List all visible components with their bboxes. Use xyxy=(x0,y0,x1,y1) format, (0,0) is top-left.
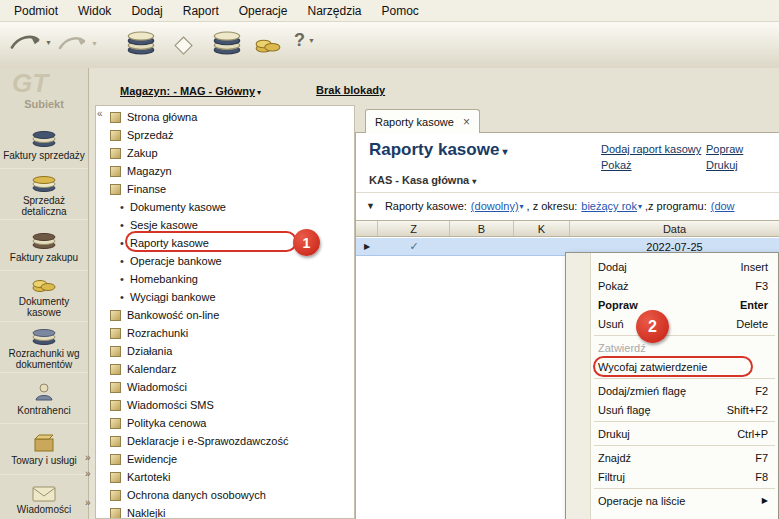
menu-item-dodaj[interactable]: DodajInsert xyxy=(566,257,778,276)
tree-item-operacje-bankowe[interactable]: •Operacje bankowe xyxy=(96,252,354,270)
shortcut-sprzedaz-detaliczna[interactable]: Sprzedaż detaliczna xyxy=(0,168,88,219)
collapse-panel-icon[interactable]: « xyxy=(97,108,103,119)
cash-button[interactable] xyxy=(254,33,282,55)
column-header-k[interactable]: K xyxy=(514,221,570,236)
bullet-icon: • xyxy=(120,291,130,303)
filter-period-link[interactable]: bieżący rok xyxy=(581,200,637,212)
menu-item-drukuj[interactable]: DrukujCtrl+P xyxy=(566,424,778,443)
tree-item-deklaracje[interactable]: Deklaracje i e-Sprawozdawczość xyxy=(96,432,354,450)
more-buttons-icon[interactable]: » xyxy=(85,452,91,463)
filter-icon[interactable]: ▼ xyxy=(366,201,375,211)
shortcut-faktury-sprzedazy[interactable]: Faktury sprzedaży xyxy=(0,118,88,168)
context-header: Magazyn: - MAG - Główny▾ Brak blokady xyxy=(95,78,779,102)
tree-item-label: Ewidencje xyxy=(127,453,177,465)
menu-item-dodaj-zmien-flage[interactable]: Dodaj/zmień flagęF2 xyxy=(566,381,778,400)
lock-status-link[interactable]: Brak blokady xyxy=(316,84,385,96)
help-icon: ? xyxy=(294,30,305,51)
tree-item-dokumenty-kasowe[interactable]: •Dokumenty kasowe xyxy=(96,198,354,216)
menu-dodaj[interactable]: Dodaj xyxy=(121,1,172,21)
tree-item-naklejki[interactable]: Naklejki xyxy=(96,504,354,519)
warehouse-dropdown[interactable]: Magazyn: - MAG - Główny▾ xyxy=(120,81,261,99)
retail-sales-icon xyxy=(31,171,57,193)
more-buttons-icon[interactable]: » xyxy=(85,497,91,508)
menu-podmiot[interactable]: Podmiot xyxy=(4,1,68,21)
edit-link[interactable]: Popraw xyxy=(706,143,743,155)
menu-item-usun-flage[interactable]: Usuń flagęShift+F2 xyxy=(566,400,778,419)
messages-icon xyxy=(110,382,121,393)
menu-item-pokaz[interactable]: PokażF3 xyxy=(566,276,778,295)
subiekt-logo: Subiekt xyxy=(0,98,88,110)
menu-narzedzia[interactable]: Narzędzia xyxy=(297,1,371,21)
tree-item-wiadomosci-sms[interactable]: Wiadomości SMS xyxy=(96,396,354,414)
menu-operacje[interactable]: Operacje xyxy=(229,1,298,21)
shortcut-list: Faktury sprzedaży Sprzedaż detaliczna Fa… xyxy=(0,118,88,519)
shortcut-label: Sprzedaż detaliczna xyxy=(0,195,88,217)
tree-item-kartoteki[interactable]: Kartoteki xyxy=(96,468,354,486)
filter-type-link[interactable]: (dowolny) xyxy=(471,200,519,212)
shortcut-label: Dokumenty kasowe xyxy=(0,296,88,318)
contractors-icon xyxy=(33,381,55,403)
column-header-data[interactable]: Data xyxy=(570,221,779,236)
column-header-z[interactable]: Z xyxy=(378,221,450,236)
show-link[interactable]: Pokaż xyxy=(601,159,632,171)
documents-button[interactable] xyxy=(126,30,156,56)
tab-raporty-kasowe[interactable]: Raporty kasowe × xyxy=(365,109,480,133)
tree-item-homebanking[interactable]: •Homebanking xyxy=(96,270,354,288)
chevron-down-icon: ▾ xyxy=(472,177,476,186)
cashbox-dropdown[interactable]: KAS - Kasa główna▾ xyxy=(369,174,476,186)
online-banking-icon xyxy=(110,310,121,321)
shortcut-faktury-zakupu[interactable]: Faktury zakupu xyxy=(0,219,88,270)
shortcut-towary[interactable]: Towary i usługi xyxy=(0,423,88,474)
menu-item-znajdz[interactable]: ZnajdźF7 xyxy=(566,448,778,467)
filter-program-link[interactable]: (dow xyxy=(711,200,735,212)
goods-icon xyxy=(32,433,56,453)
menu-raport[interactable]: Raport xyxy=(173,1,229,21)
menu-item-operacje-na-liscie[interactable]: Operacje na liście▶ xyxy=(566,491,778,510)
tree-item-sprzedaz[interactable]: Sprzedaż xyxy=(96,126,354,144)
tree-item-dzialania[interactable]: Działania xyxy=(96,342,354,360)
menu-item-filtruj[interactable]: FiltrujF8 xyxy=(566,467,778,486)
menu-pomoc[interactable]: Pomoc xyxy=(372,1,429,21)
help-button[interactable]: ? ▼ xyxy=(294,30,315,51)
shortcut-wiadomosci[interactable]: Wiadomości xyxy=(0,474,88,519)
tree-item-kalendarz[interactable]: Kalendarz xyxy=(96,360,354,378)
tree-item-polityka-cenowa[interactable]: Polityka cenowa xyxy=(96,414,354,432)
tree-item-label: Zakup xyxy=(127,147,158,159)
send-button[interactable]: ▼ xyxy=(8,30,52,54)
tree-item-strona-glowna[interactable]: Strona główna xyxy=(96,108,354,126)
selector-column-header xyxy=(356,221,378,236)
more-buttons-icon[interactable]: » xyxy=(85,468,91,479)
tree-item-wyciagi-bankowe[interactable]: •Wyciągi bankowe xyxy=(96,288,354,306)
tree-item-finanse[interactable]: Finanse xyxy=(96,180,354,198)
page-title-dropdown[interactable]: Raporty kasowe▾ xyxy=(369,140,507,160)
tree-item-zakup[interactable]: Zakup xyxy=(96,144,354,162)
tree-item-wiadomosci[interactable]: Wiadomości xyxy=(96,378,354,396)
menu-item-wycofaj-zatwierdzenie[interactable]: Wycofaj zatwierdzenie xyxy=(566,357,778,376)
tree-item-ochrona-danych[interactable]: Ochrona danych osobowych xyxy=(96,486,354,504)
column-header-b[interactable]: B xyxy=(450,221,514,236)
shortcut-rozrachunki[interactable]: Rozrachunki wg dokumentów xyxy=(0,321,88,372)
bullet-icon: • xyxy=(120,273,130,285)
menu-item-popraw[interactable]: PoprawEnter xyxy=(566,295,778,314)
print-link[interactable]: Drukuj xyxy=(706,159,738,171)
tab-strip: Raporty kasowe × xyxy=(355,105,779,133)
annotation-step-2-badge: 2 xyxy=(636,310,669,343)
menu-widok[interactable]: Widok xyxy=(68,1,121,21)
tree-item-magazyn[interactable]: Magazyn xyxy=(96,162,354,180)
tree-item-label: Działania xyxy=(127,345,172,357)
tree-item-label: Strona główna xyxy=(127,111,197,123)
cashbox-label: KAS - Kasa główna xyxy=(369,174,469,186)
sales-icon xyxy=(110,130,121,141)
send-secondary-button[interactable]: ▼ xyxy=(56,32,98,54)
shortcut-kontrahenci[interactable]: Kontrahenci xyxy=(0,372,88,423)
menu-item-usun[interactable]: UsuńDelete xyxy=(566,314,778,333)
tree-item-bankowosc-online[interactable]: Bankowość on-line xyxy=(96,306,354,324)
close-icon[interactable]: × xyxy=(463,115,470,129)
new-document-button[interactable] xyxy=(170,32,196,58)
add-report-link[interactable]: Dodaj raport kasowy xyxy=(601,143,701,155)
shortcut-dokumenty-kasowe[interactable]: Dokumenty kasowe xyxy=(0,270,88,321)
tree-item-rozrachunki[interactable]: Rozrachunki xyxy=(96,324,354,342)
reports-button[interactable] xyxy=(212,30,242,56)
labels-icon xyxy=(110,508,121,519)
tree-item-ewidencje[interactable]: Ewidencje xyxy=(96,450,354,468)
